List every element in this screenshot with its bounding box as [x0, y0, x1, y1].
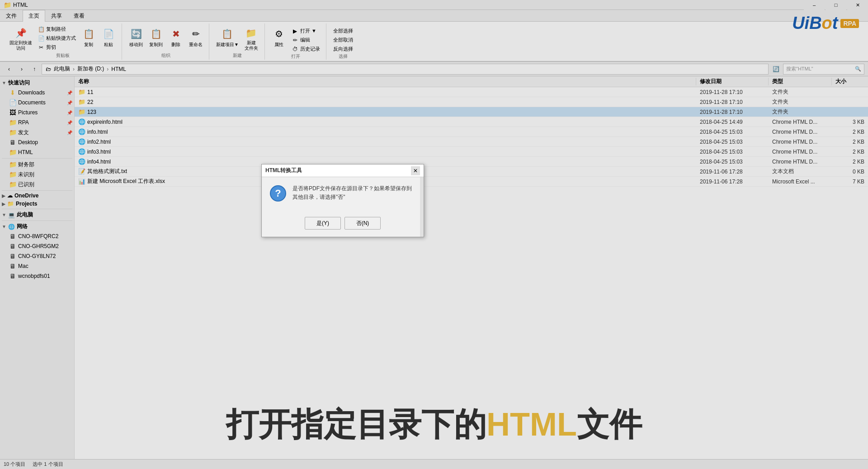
dialog-no-button[interactable]: 否(N) [344, 217, 381, 230]
dialog-overlay: HTML转换工具 ✕ ? 是否将PDF文件保存在源目录下？如果希望保存到其他目录… [0, 0, 868, 469]
dialog-body: ? 是否将PDF文件保存在源目录下？如果希望保存到其他目录，请选择"否" [262, 177, 424, 213]
dialog-message: 是否将PDF文件保存在源目录下？如果希望保存到其他目录，请选择"否" [292, 184, 416, 202]
dialog-yes-button[interactable]: 是(Y) [305, 217, 341, 230]
dialog-buttons: 是(Y) 否(N) [262, 213, 424, 237]
dialog-scrollbar [420, 177, 424, 237]
dialog: HTML转换工具 ✕ ? 是否将PDF文件保存在源目录下？如果希望保存到其他目录… [261, 164, 424, 237]
dialog-close-button[interactable]: ✕ [411, 166, 420, 175]
question-icon: ? [270, 185, 286, 202]
dialog-icon-container: ? [269, 184, 287, 202]
dialog-title: HTML转换工具 [265, 167, 302, 174]
dialog-title-bar: HTML转换工具 ✕ [262, 164, 424, 177]
